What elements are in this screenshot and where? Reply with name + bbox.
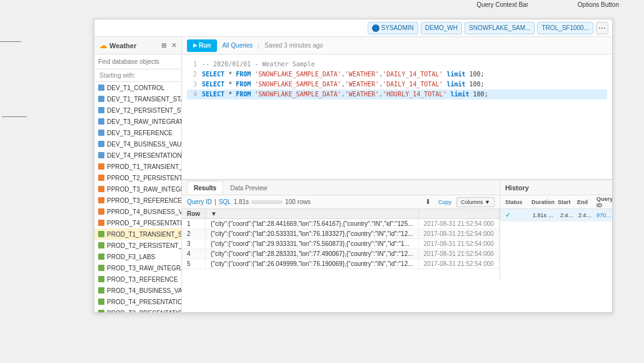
list-item[interactable]: PROD_T3_REFERENCE xyxy=(94,274,181,285)
table-row: 3 {"city":{"coord":{"lat":29.933331,"lon… xyxy=(182,239,499,249)
list-item[interactable]: PPROD_T3_RAW_INTEGRATION xyxy=(94,183,181,195)
db-icon xyxy=(98,84,104,91)
history-row[interactable]: ✓ 1.81s 2:44:22 PM 2:44:24 PM 9702962...… xyxy=(500,209,612,222)
results-table: Row ▼ 1 {"city":{"coord":{"lat":28.44166… xyxy=(182,209,500,280)
sidebar-close-icon[interactable]: ✕ xyxy=(171,42,176,49)
list-item[interactable]: PROD_T4_PRESENTATION xyxy=(94,296,181,307)
list-item[interactable]: PROD_F3_LABS xyxy=(94,251,181,262)
context-chip-wh[interactable]: DEMO_WH xyxy=(421,22,462,34)
context-chip-db[interactable]: SNOWFLAKE_SAM... xyxy=(465,22,535,34)
cell-value: {"city":{"coord":{"lat":20.533331,"lon":… xyxy=(206,229,418,239)
sql-line-2: 2 SELECT * FROM 'SNOWFLAKE_SAMPLE_DATA'.… xyxy=(187,69,607,79)
query-id-link[interactable]: Query ID xyxy=(187,198,212,205)
table-row: 4 {"city":{"coord":{"lat":28.283331,"lon… xyxy=(182,249,499,259)
list-item[interactable]: DEV_T4_PRESENTATION xyxy=(94,150,181,161)
db-icon xyxy=(98,186,104,192)
cell-timestamp: 2017-08-31 21:52:54:000 xyxy=(418,249,499,259)
results-meta: Query ID | SQL 1.81s 100 rows xyxy=(187,198,311,205)
db-icon xyxy=(98,287,104,294)
list-item[interactable]: PPROD_T4_PRESENTATION xyxy=(94,217,181,228)
search-input[interactable] xyxy=(98,58,178,65)
db-icon xyxy=(98,265,104,271)
cell-value: {"city":{"coord":{"lat":28.441669,"lon":… xyxy=(206,219,418,229)
sidebar-header: ☁ Weather ⊞ ✕ xyxy=(94,37,181,54)
db-icon xyxy=(98,208,104,215)
tab-data-preview[interactable]: Data Preview xyxy=(223,181,274,195)
cell-value: {"city":{"coord":{"lat":26.049999,"lon":… xyxy=(206,259,418,269)
list-item[interactable]: PPROD_T1_TRANSIENT_STAGING xyxy=(94,161,181,172)
list-item[interactable]: DEV_T3_REFERENCE xyxy=(94,127,181,138)
col-value: ▼ xyxy=(206,209,418,219)
list-item[interactable]: DEV_T3_RAW_INTEGRATION xyxy=(94,116,181,127)
history-status: ✓ xyxy=(505,211,530,219)
cell-row-num: 2 xyxy=(182,229,206,239)
cell-row-num: 1 xyxy=(182,219,206,229)
db-icon xyxy=(98,299,104,305)
options-button[interactable]: ⋯ xyxy=(596,22,608,34)
sql-line-3: 3 SELECT * FROM 'SNOWFLAKE_SAMPLE_DATA'.… xyxy=(187,79,607,89)
col-row: Row xyxy=(182,209,206,219)
db-icon xyxy=(98,152,104,158)
sidebar-filter: Starting with: xyxy=(94,69,181,82)
list-item[interactable]: PROD_T3_RAW_INTEGRATION xyxy=(94,262,181,274)
list-item[interactable]: DEV_T4_BUSINESS_VAULT xyxy=(94,138,181,150)
toolbar-separator: | xyxy=(258,42,259,49)
download-button[interactable]: ⬇ xyxy=(423,197,433,207)
db-icon xyxy=(98,220,104,226)
list-item[interactable]: PROD_T4_BUSINESS_VAULT xyxy=(94,285,181,296)
sql-editor[interactable]: 1 -- 2020/01/01 - Weather Sample 2 SELEC… xyxy=(182,54,612,180)
list-item[interactable]: DEV_T1_TRANSIENT_STAGING xyxy=(94,93,181,105)
sidebar-expand-icon[interactable]: ⊞ xyxy=(161,42,166,49)
context-chip-role[interactable]: TROL_SF1000... xyxy=(537,22,593,34)
copy-button[interactable]: Copy xyxy=(438,199,451,205)
db-icon xyxy=(98,163,104,170)
db-icon xyxy=(98,310,104,312)
results-pane: Results Data Preview Query ID | SQL 1.81… xyxy=(182,180,500,280)
table-row: 1 {"city":{"coord":{"lat":28.441669,"lon… xyxy=(182,219,499,229)
cell-timestamp: 2017-08-31 21:52:54:000 xyxy=(418,259,499,269)
progress-bar xyxy=(251,200,283,204)
list-item[interactable]: DEV_T2_PERSISTENT_STAGING xyxy=(94,105,181,116)
col-duration: Duration xyxy=(531,199,556,205)
top-bar: 👤 SYSADMIN DEMO_WH SNOWFLAKE_SAM... TROL… xyxy=(94,19,612,37)
editor-toolbar: Run All Queries | Saved 3 minutes ago xyxy=(182,37,612,54)
cell-row-num: 3 xyxy=(182,239,206,249)
list-item[interactable]: PPROD_T4_BUSINESS_VAULT xyxy=(94,206,181,217)
table-row: 5 {"city":{"coord":{"lat":26.049999,"lon… xyxy=(182,259,499,269)
history-duration: 1.81s xyxy=(533,212,558,218)
list-item[interactable]: PPROD_T3_REFERENCE xyxy=(94,195,181,206)
history-col-headers: Status Duration Start End Query ID Rows … xyxy=(500,195,612,209)
search-bar-container: ✕ ⟳ xyxy=(94,54,181,69)
weather-icon: ☁ xyxy=(99,41,107,50)
annotation-search-bar: Search Bar ———— xyxy=(0,38,21,44)
history-end: 2:44:24 PM xyxy=(578,212,594,218)
sql-link[interactable]: SQL xyxy=(219,198,231,205)
history-queryid: 9702962... xyxy=(596,212,612,218)
db-icon xyxy=(98,107,104,113)
separator: | xyxy=(214,198,216,205)
list-item[interactable]: PROD_T2_PERSISTENT_STAGING xyxy=(94,240,181,251)
tab-results[interactable]: Results xyxy=(187,181,223,195)
history-progress-bar xyxy=(548,214,557,217)
annotation-query-context: Query Context Bar xyxy=(476,1,528,8)
db-icon xyxy=(98,130,104,136)
list-item[interactable]: DEV_T1_CONTROL xyxy=(94,82,181,93)
db-icon xyxy=(98,175,104,181)
columns-dropdown[interactable]: Columns ▼ xyxy=(456,197,495,207)
list-item[interactable]: PROD_T1_TRANSIENT_STAGING xyxy=(94,228,181,240)
history-pane: History Columns ✕ Status Duration Start … xyxy=(500,180,612,280)
context-chip-sysadmin[interactable]: 👤 SYSADMIN xyxy=(368,22,418,34)
db-icon xyxy=(98,242,104,248)
db-icon xyxy=(98,276,104,282)
run-button[interactable]: Run xyxy=(187,39,217,52)
list-item[interactable]: PROD_T3_PRESENTATION xyxy=(94,307,181,312)
list-item[interactable]: PPROD_T2_PERSISTENT_STAGING xyxy=(94,172,181,183)
all-queries-link[interactable]: All Queries xyxy=(222,42,253,49)
object-explorer-sidebar: ☁ Weather ⊞ ✕ ✕ ⟳ Starting w xyxy=(94,37,182,312)
db-icon xyxy=(98,118,104,125)
cell-value: {"city":{"coord":{"lat":29.933331,"lon":… xyxy=(206,239,418,249)
sql-line-4: 4 SELECT * FROM 'SNOWFLAKE_SAMPLE_DATA'.… xyxy=(187,89,607,100)
results-tabs: Results Data Preview xyxy=(182,180,500,195)
db-icon xyxy=(98,253,104,260)
col-start: Start xyxy=(558,199,576,205)
